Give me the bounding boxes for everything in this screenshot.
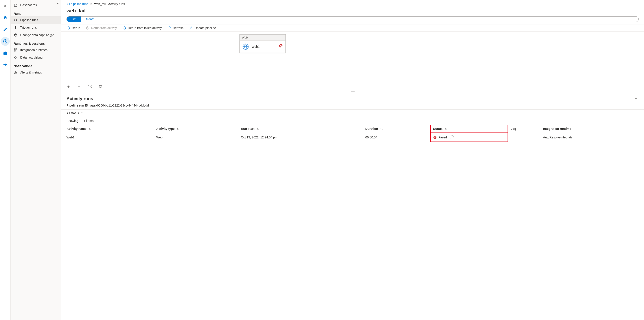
svg-rect-13: [100, 86, 101, 87]
col-run-start[interactable]: Run start↑↓: [238, 125, 363, 133]
toolbar-label: Refresh: [173, 26, 184, 30]
pipeline-run-id-row: Pipeline run ID aaaa0000-bb11-2222-33cc-…: [61, 103, 644, 110]
cell-integration-runtime: AutoResolveIntegrati: [540, 133, 641, 142]
chevron-down-icon: [81, 111, 84, 115]
pipeline-canvas[interactable]: Web Web1 1: [61, 32, 644, 91]
activity-node-web1[interactable]: Web Web1: [240, 34, 286, 53]
pipeline-icon: [14, 18, 18, 22]
run-id-value: aaaa0000-bb11-2222-33cc-444444dddddd: [90, 104, 149, 107]
zoom-in-icon[interactable]: [66, 85, 70, 89]
svg-point-2: [16, 20, 17, 20]
sidebar-item-label: Data flow debug: [20, 56, 42, 59]
toolbox-icon[interactable]: [1, 49, 10, 58]
trigger-icon: [14, 26, 18, 30]
zoom-fit-icon[interactable]: [98, 85, 102, 89]
cell-status[interactable]: Failed: [430, 133, 508, 142]
debug-icon: [14, 56, 18, 60]
canvas-zoom-controls: 100%: [66, 85, 102, 89]
svg-rect-5: [16, 49, 17, 50]
sidebar-section-runs: Runs: [10, 9, 61, 16]
edit-pipeline-icon: [189, 26, 193, 30]
sort-icon[interactable]: ↑↓: [445, 128, 448, 130]
col-activity-name[interactable]: Activity name↑↓: [64, 125, 154, 133]
sort-icon[interactable]: ↑↓: [257, 128, 259, 130]
dashboard-icon: [14, 3, 18, 7]
svg-rect-12: [99, 86, 102, 88]
node-name: Web1: [252, 45, 260, 48]
rerun-from-activity-button: Rerun from activity: [86, 26, 117, 30]
col-activity-type[interactable]: Activity type↑↓: [154, 125, 238, 133]
sort-icon[interactable]: ↑↓: [89, 128, 91, 130]
rerun-activity-icon: [86, 26, 89, 30]
col-integration-runtime[interactable]: Integration runtime: [540, 125, 641, 133]
globe-icon: [242, 43, 249, 50]
svg-point-1: [14, 20, 15, 20]
toolbar-label: Rerun from activity: [91, 26, 117, 30]
cell-activity-name: Web1: [64, 133, 154, 142]
runtime-icon: [14, 48, 18, 52]
breadcrumb-root[interactable]: All pipeline runs: [66, 2, 88, 6]
error-icon: [433, 136, 437, 139]
col-duration[interactable]: Duration↑↓: [363, 125, 430, 133]
toolbar-label: Rerun from failed activity: [128, 26, 162, 30]
sidebar-item-dashboards[interactable]: Dashboards: [10, 1, 61, 9]
node-type-label: Web: [240, 34, 286, 41]
svg-point-8: [88, 28, 88, 28]
zoom-out-icon[interactable]: [77, 85, 81, 89]
col-status[interactable]: Status↑↓: [430, 125, 508, 133]
sidebar-item-label: Trigger runs: [20, 26, 37, 29]
sidebar-item-integration-runtimes[interactable]: Integration runtimes: [10, 46, 61, 54]
toolbar: Rerun Rerun from activity Rerun from fai…: [61, 24, 644, 32]
status-text: Failed: [438, 136, 447, 139]
status-filter-dropdown[interactable]: All status: [66, 111, 84, 115]
sidebar-section-notifications: Notifications: [10, 61, 61, 69]
svg-text:100%: 100%: [89, 86, 92, 88]
message-icon[interactable]: [450, 135, 454, 139]
breadcrumb-current: web_fail - Activity runs: [94, 2, 125, 6]
learn-icon[interactable]: [1, 61, 10, 70]
status-filter-label: All status: [66, 111, 79, 115]
splitter-grip-icon: [350, 92, 354, 92]
sidebar-item-alerts[interactable]: Alerts & metrics: [10, 69, 61, 76]
col-log[interactable]: Log: [508, 125, 540, 133]
breadcrumb: All pipeline runs > web_fail - Activity …: [61, 0, 644, 6]
run-id-label: Pipeline run ID: [66, 104, 88, 107]
svg-rect-6: [14, 50, 16, 51]
svg-rect-4: [14, 49, 16, 50]
zoom-100-icon[interactable]: 100%: [88, 85, 92, 88]
collapse-section-icon[interactable]: [633, 96, 639, 102]
rerun-from-failed-button[interactable]: Rerun from failed activity: [122, 26, 162, 30]
expand-rail-icon[interactable]: »: [1, 1, 10, 10]
main-content: All pipeline runs > web_fail - Activity …: [61, 0, 644, 320]
rerun-button[interactable]: Rerun: [66, 26, 80, 30]
sidebar-item-dataflow-debug[interactable]: Data flow debug: [10, 54, 61, 61]
view-toggle-list[interactable]: List: [67, 16, 81, 22]
table-row[interactable]: Web1 Web Oct 13, 2022, 12:24:04 pm 00:00…: [64, 133, 641, 142]
sidebar-item-cdc[interactable]: Change data capture (previ...: [10, 31, 61, 39]
cell-activity-type: Web: [154, 133, 238, 142]
activity-runs-table: Activity name↑↓ Activity type↑↓ Run star…: [64, 125, 641, 142]
page-title: web_fail: [61, 6, 644, 16]
refresh-button[interactable]: Refresh: [168, 26, 184, 30]
toolbar-label: Update pipeline: [194, 26, 216, 30]
sidebar-item-label: Pipeline runs: [20, 18, 38, 22]
splitter-handle[interactable]: [61, 91, 644, 93]
sort-icon[interactable]: ↑↓: [177, 128, 180, 130]
edit-icon[interactable]: [1, 25, 10, 34]
rerun-icon: [66, 26, 70, 30]
home-icon[interactable]: [1, 13, 10, 22]
sidebar-item-label: Dashboards: [20, 3, 37, 7]
sidebar-item-pipeline-runs[interactable]: Pipeline runs: [10, 16, 61, 24]
monitor-icon[interactable]: [1, 37, 10, 46]
view-toggle: List Gantt: [66, 16, 639, 22]
sort-icon[interactable]: ↑↓: [380, 128, 383, 130]
icon-rail: »: [0, 0, 10, 320]
collapse-sidebar-icon[interactable]: «: [57, 1, 59, 5]
view-toggle-gantt[interactable]: Gantt: [81, 16, 98, 22]
item-count: Showing 1 - 1 items: [61, 117, 644, 125]
sidebar-item-label: Integration runtimes: [20, 48, 48, 52]
svg-point-3: [14, 34, 17, 34]
update-pipeline-button[interactable]: Update pipeline: [189, 26, 216, 30]
cell-log: [508, 133, 540, 142]
sidebar-item-trigger-runs[interactable]: Trigger runs: [10, 24, 61, 31]
